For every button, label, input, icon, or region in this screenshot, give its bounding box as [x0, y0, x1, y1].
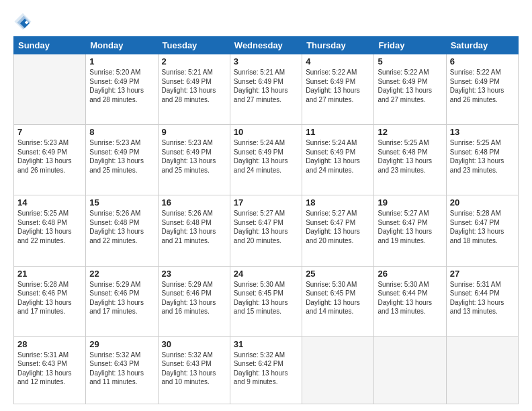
day-number: 22	[89, 269, 154, 279]
day-info: Sunrise: 5:32 AMSunset: 6:43 PMDaylight:…	[89, 351, 154, 387]
day-info: Sunrise: 5:25 AMSunset: 6:48 PMDaylight:…	[450, 138, 515, 175]
calendar-cell-9: 9Sunrise: 5:23 AMSunset: 6:49 PMDaylight…	[158, 125, 230, 195]
calendar-cell-11: 11Sunrise: 5:24 AMSunset: 6:49 PMDayligh…	[302, 125, 374, 195]
day-info: Sunrise: 5:24 AMSunset: 6:49 PMDaylight:…	[306, 138, 370, 175]
day-number: 12	[378, 127, 442, 137]
week-row-2: 14Sunrise: 5:25 AMSunset: 6:48 PMDayligh…	[14, 195, 519, 266]
calendar-cell-empty-4	[302, 336, 374, 404]
day-number: 20	[450, 197, 515, 208]
calendar-cell-12: 12Sunrise: 5:25 AMSunset: 6:48 PMDayligh…	[374, 125, 446, 195]
day-number: 16	[162, 197, 226, 208]
day-info: Sunrise: 5:22 AMSunset: 6:49 PMDaylight:…	[306, 68, 370, 104]
day-number: 29	[89, 339, 154, 349]
day-number: 3	[234, 56, 298, 66]
calendar-cell-26: 26Sunrise: 5:30 AMSunset: 6:44 PMDayligh…	[374, 266, 446, 336]
calendar-header-thursday: Thursday	[302, 37, 374, 54]
calendar-cell-5: 5Sunrise: 5:22 AMSunset: 6:49 PMDaylight…	[374, 54, 446, 125]
day-number: 2	[162, 56, 226, 66]
day-number: 7	[17, 127, 82, 137]
day-info: Sunrise: 5:32 AMSunset: 6:43 PMDaylight:…	[162, 351, 226, 387]
calendar-cell-31: 31Sunrise: 5:32 AMSunset: 6:42 PMDayligh…	[230, 336, 302, 404]
day-number: 18	[306, 197, 370, 208]
day-info: Sunrise: 5:27 AMSunset: 6:47 PMDaylight:…	[306, 209, 370, 245]
day-info: Sunrise: 5:25 AMSunset: 6:48 PMDaylight:…	[17, 209, 82, 245]
calendar-cell-25: 25Sunrise: 5:30 AMSunset: 6:45 PMDayligh…	[302, 266, 374, 336]
calendar-header-sunday: Sunday	[14, 37, 86, 54]
calendar-cell-16: 16Sunrise: 5:26 AMSunset: 6:48 PMDayligh…	[158, 195, 230, 266]
calendar-cell-17: 17Sunrise: 5:27 AMSunset: 6:47 PMDayligh…	[230, 195, 302, 266]
day-info: Sunrise: 5:28 AMSunset: 6:46 PMDaylight:…	[17, 280, 82, 316]
day-info: Sunrise: 5:29 AMSunset: 6:46 PMDaylight:…	[162, 280, 226, 316]
week-row-0: 1Sunrise: 5:20 AMSunset: 6:49 PMDaylight…	[14, 54, 519, 125]
day-number: 26	[378, 269, 442, 279]
day-number: 24	[234, 269, 298, 279]
day-info: Sunrise: 5:23 AMSunset: 6:49 PMDaylight:…	[162, 138, 226, 175]
calendar-cell-20: 20Sunrise: 5:28 AMSunset: 6:47 PMDayligh…	[446, 195, 518, 266]
day-number: 28	[17, 339, 82, 349]
calendar-cell-13: 13Sunrise: 5:25 AMSunset: 6:48 PMDayligh…	[446, 125, 518, 195]
calendar-cell-27: 27Sunrise: 5:31 AMSunset: 6:44 PMDayligh…	[446, 266, 518, 336]
day-info: Sunrise: 5:26 AMSunset: 6:48 PMDaylight:…	[162, 209, 226, 245]
calendar-header-tuesday: Tuesday	[158, 37, 230, 54]
page: SundayMondayTuesdayWednesdayThursdayFrid…	[0, 0, 532, 411]
calendar-cell-4: 4Sunrise: 5:22 AMSunset: 6:49 PMDaylight…	[302, 54, 374, 125]
calendar-cell-8: 8Sunrise: 5:23 AMSunset: 6:49 PMDaylight…	[86, 125, 158, 195]
day-number: 27	[450, 269, 515, 279]
logo-icon	[13, 12, 32, 31]
calendar-cell-empty-5	[374, 336, 446, 404]
day-info: Sunrise: 5:22 AMSunset: 6:49 PMDaylight:…	[450, 68, 515, 104]
calendar-cell-7: 7Sunrise: 5:23 AMSunset: 6:49 PMDaylight…	[14, 125, 86, 195]
calendar-cell-30: 30Sunrise: 5:32 AMSunset: 6:43 PMDayligh…	[158, 336, 230, 404]
calendar-header-monday: Monday	[86, 37, 158, 54]
day-number: 17	[234, 197, 298, 208]
day-info: Sunrise: 5:26 AMSunset: 6:48 PMDaylight:…	[89, 209, 154, 245]
calendar-cell-6: 6Sunrise: 5:22 AMSunset: 6:49 PMDaylight…	[446, 54, 518, 125]
day-info: Sunrise: 5:24 AMSunset: 6:49 PMDaylight:…	[234, 138, 298, 175]
day-number: 1	[89, 56, 154, 66]
calendar-cell-3: 3Sunrise: 5:21 AMSunset: 6:49 PMDaylight…	[230, 54, 302, 125]
day-number: 14	[17, 197, 82, 208]
day-info: Sunrise: 5:30 AMSunset: 6:45 PMDaylight:…	[306, 280, 370, 316]
day-number: 23	[162, 269, 226, 279]
day-number: 30	[162, 339, 226, 349]
day-number: 11	[306, 127, 370, 137]
day-info: Sunrise: 5:20 AMSunset: 6:49 PMDaylight:…	[89, 68, 154, 104]
calendar-cell-15: 15Sunrise: 5:26 AMSunset: 6:48 PMDayligh…	[86, 195, 158, 266]
day-info: Sunrise: 5:30 AMSunset: 6:44 PMDaylight:…	[378, 280, 442, 316]
calendar-cell-1: 1Sunrise: 5:20 AMSunset: 6:49 PMDaylight…	[86, 54, 158, 125]
day-info: Sunrise: 5:32 AMSunset: 6:42 PMDaylight:…	[234, 351, 298, 387]
calendar-cell-21: 21Sunrise: 5:28 AMSunset: 6:46 PMDayligh…	[14, 266, 86, 336]
day-number: 6	[450, 56, 515, 66]
calendar-table: SundayMondayTuesdayWednesdayThursdayFrid…	[13, 36, 519, 404]
day-number: 5	[378, 56, 442, 66]
day-info: Sunrise: 5:22 AMSunset: 6:49 PMDaylight:…	[378, 68, 442, 104]
day-number: 13	[450, 127, 515, 137]
header	[13, 12, 519, 31]
day-info: Sunrise: 5:27 AMSunset: 6:47 PMDaylight:…	[234, 209, 298, 245]
day-info: Sunrise: 5:21 AMSunset: 6:49 PMDaylight:…	[234, 68, 298, 104]
calendar-header-saturday: Saturday	[446, 37, 518, 54]
calendar-cell-18: 18Sunrise: 5:27 AMSunset: 6:47 PMDayligh…	[302, 195, 374, 266]
calendar-cell-empty-6	[446, 336, 518, 404]
day-info: Sunrise: 5:29 AMSunset: 6:46 PMDaylight:…	[89, 280, 154, 316]
day-number: 31	[234, 339, 298, 349]
calendar-header-friday: Friday	[374, 37, 446, 54]
day-number: 8	[89, 127, 154, 137]
day-info: Sunrise: 5:31 AMSunset: 6:44 PMDaylight:…	[450, 280, 515, 316]
day-info: Sunrise: 5:23 AMSunset: 6:49 PMDaylight:…	[17, 138, 82, 175]
day-number: 15	[89, 197, 154, 208]
day-info: Sunrise: 5:25 AMSunset: 6:48 PMDaylight:…	[378, 138, 442, 175]
week-row-4: 28Sunrise: 5:31 AMSunset: 6:43 PMDayligh…	[14, 336, 519, 404]
day-info: Sunrise: 5:30 AMSunset: 6:45 PMDaylight:…	[234, 280, 298, 316]
calendar-cell-24: 24Sunrise: 5:30 AMSunset: 6:45 PMDayligh…	[230, 266, 302, 336]
calendar-cell-14: 14Sunrise: 5:25 AMSunset: 6:48 PMDayligh…	[14, 195, 86, 266]
calendar-cell-22: 22Sunrise: 5:29 AMSunset: 6:46 PMDayligh…	[86, 266, 158, 336]
day-number: 25	[306, 269, 370, 279]
week-row-1: 7Sunrise: 5:23 AMSunset: 6:49 PMDaylight…	[14, 125, 519, 195]
calendar-cell-19: 19Sunrise: 5:27 AMSunset: 6:47 PMDayligh…	[374, 195, 446, 266]
calendar-header-wednesday: Wednesday	[230, 37, 302, 54]
day-info: Sunrise: 5:21 AMSunset: 6:49 PMDaylight:…	[162, 68, 226, 104]
calendar-cell-23: 23Sunrise: 5:29 AMSunset: 6:46 PMDayligh…	[158, 266, 230, 336]
day-number: 4	[306, 56, 370, 66]
calendar-cell-empty-0	[14, 54, 86, 125]
